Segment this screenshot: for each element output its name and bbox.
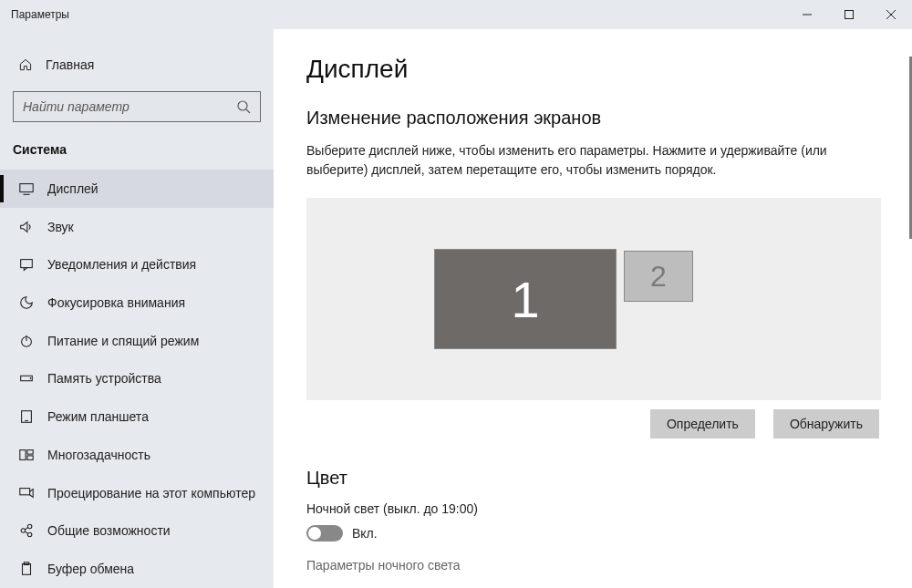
detect-button[interactable]: Обнаружить xyxy=(773,409,879,438)
sidebar-item-sound[interactable]: Звук xyxy=(0,208,274,246)
home-label: Главная xyxy=(46,57,94,72)
titlebar: Параметры xyxy=(0,0,912,29)
focus-icon xyxy=(18,294,35,311)
sidebar-item-power[interactable]: Питание и спящий режим xyxy=(0,322,274,360)
clipboard-icon xyxy=(18,561,35,577)
svg-point-4 xyxy=(238,101,247,110)
svg-rect-1 xyxy=(845,11,854,19)
scrollbar[interactable] xyxy=(903,29,912,588)
color-heading: Цвет xyxy=(306,468,879,489)
power-icon xyxy=(18,333,35,349)
minimize-button[interactable] xyxy=(786,0,828,29)
night-light-settings-link[interactable]: Параметры ночного света xyxy=(306,558,879,573)
main-content: Дисплей Изменение расположения экранов В… xyxy=(274,29,912,588)
arrangement-description: Выберите дисплей ниже, чтобы изменить ег… xyxy=(306,141,879,180)
page-title: Дисплей xyxy=(306,55,879,84)
night-light-toggle[interactable] xyxy=(306,525,343,542)
window-title: Параметры xyxy=(0,8,69,21)
sidebar-item-label: Проецирование на этот компьютер xyxy=(47,486,255,500)
svg-line-5 xyxy=(246,109,250,113)
svg-rect-24 xyxy=(23,564,31,575)
svg-line-23 xyxy=(25,531,28,534)
svg-rect-8 xyxy=(21,260,33,268)
svg-rect-17 xyxy=(27,456,33,460)
sidebar-item-clipboard[interactable]: Буфер обмена xyxy=(0,550,274,588)
search-box[interactable] xyxy=(13,91,261,122)
svg-point-19 xyxy=(21,529,26,533)
sidebar-item-label: Уведомления и действия xyxy=(47,257,196,272)
sidebar-item-label: Память устройства xyxy=(47,371,161,386)
svg-point-20 xyxy=(27,525,31,530)
sidebar: Главная Система Дисплей Звук Уведом xyxy=(0,29,274,588)
sidebar-item-label: Питание и спящий режим xyxy=(47,334,199,348)
close-button[interactable] xyxy=(870,0,912,29)
toggle-state-label: Вкл. xyxy=(352,526,378,541)
sidebar-item-projecting[interactable]: Проецирование на этот компьютер xyxy=(0,474,274,512)
sidebar-item-label: Дисплей xyxy=(47,181,98,196)
sidebar-item-label: Режим планшета xyxy=(47,409,149,424)
svg-rect-16 xyxy=(27,450,33,455)
multitasking-icon xyxy=(18,447,35,463)
sidebar-item-focus-assist[interactable]: Фокусировка внимания xyxy=(0,284,274,322)
search-wrap xyxy=(0,82,274,133)
tablet-icon xyxy=(18,408,35,425)
night-light-label: Ночной свет (выкл. до 19:00) xyxy=(306,501,879,516)
sidebar-item-display[interactable]: Дисплей xyxy=(0,170,274,208)
identify-button[interactable]: Определить xyxy=(650,409,755,438)
sidebar-item-storage[interactable]: Память устройства xyxy=(0,360,274,398)
shared-icon xyxy=(18,522,35,539)
sidebar-item-shared[interactable]: Общие возможности xyxy=(0,512,274,551)
sidebar-item-tablet[interactable]: Режим планшета xyxy=(0,397,274,436)
svg-line-22 xyxy=(25,528,28,531)
window-controls xyxy=(786,0,912,29)
notifications-icon xyxy=(18,256,35,273)
sidebar-section-label: Система xyxy=(0,133,274,170)
home-icon xyxy=(18,57,33,72)
svg-point-12 xyxy=(30,378,32,380)
display-icon xyxy=(18,181,35,197)
monitor-1[interactable]: 1 xyxy=(434,249,617,349)
monitor-2[interactable]: 2 xyxy=(624,251,693,302)
svg-rect-15 xyxy=(20,450,26,460)
svg-point-21 xyxy=(27,533,31,538)
storage-icon xyxy=(18,370,35,387)
sidebar-item-label: Буфер обмена xyxy=(47,562,134,576)
arrangement-heading: Изменение расположения экранов xyxy=(306,108,879,129)
home-button[interactable]: Главная xyxy=(0,47,274,82)
maximize-button[interactable] xyxy=(828,0,870,29)
display-arrangement-area[interactable]: 1 2 xyxy=(306,198,881,400)
svg-rect-6 xyxy=(20,183,33,191)
projecting-icon xyxy=(18,485,35,501)
sidebar-item-multitasking[interactable]: Многозадачность xyxy=(0,436,274,474)
nav-list: Дисплей Звук Уведомления и действия Фоку… xyxy=(0,170,274,588)
search-icon xyxy=(236,99,251,114)
sidebar-item-label: Звук xyxy=(47,220,74,234)
search-input[interactable] xyxy=(23,99,236,114)
sidebar-item-notifications[interactable]: Уведомления и действия xyxy=(0,245,274,284)
sidebar-item-label: Многозадачность xyxy=(47,448,150,462)
svg-rect-18 xyxy=(20,488,30,494)
sidebar-item-label: Общие возможности xyxy=(47,523,171,538)
sidebar-item-label: Фокусировка внимания xyxy=(47,295,185,310)
sound-icon xyxy=(18,219,35,235)
